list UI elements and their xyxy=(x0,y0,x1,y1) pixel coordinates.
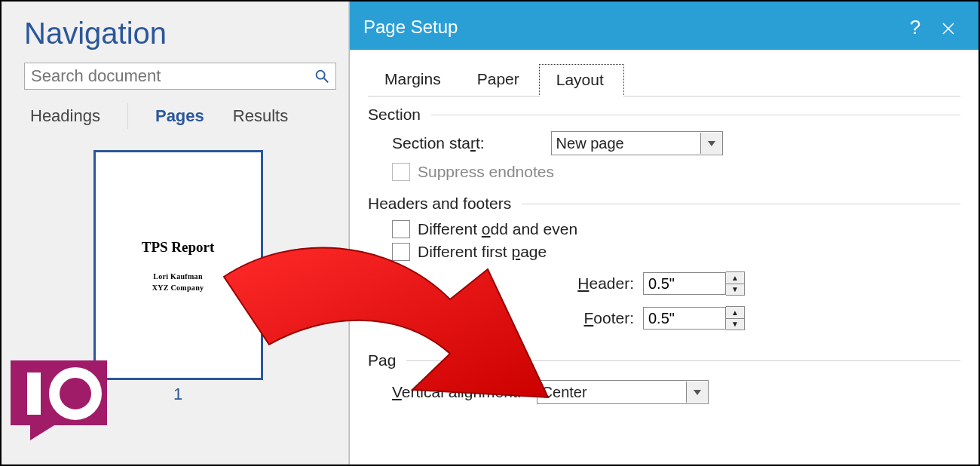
page-thumbnail[interactable]: TPS Report Lori Kaufman XYZ Company xyxy=(93,150,263,380)
help-button[interactable]: ? xyxy=(899,16,932,39)
headers-footers-group: Headers and footers xyxy=(368,195,960,213)
tab-margins[interactable]: Margins xyxy=(368,64,461,97)
footer-spin-row: Footer: ▲ ▼ xyxy=(488,306,745,330)
navigation-title: Navigation xyxy=(24,17,336,51)
chevron-down-icon[interactable] xyxy=(686,382,708,403)
header-footer-spinners: Header: ▲ ▼ Footer: ▲ xyxy=(488,271,960,330)
dialog-titlebar: Page Setup ? xyxy=(350,2,978,50)
spin-up-icon[interactable]: ▲ xyxy=(726,307,744,319)
header-spin[interactable]: ▲ ▼ xyxy=(643,271,745,296)
divider xyxy=(406,360,960,361)
chevron-down-icon[interactable] xyxy=(700,133,722,154)
tab-pages[interactable]: Pages xyxy=(154,103,206,129)
vertical-alignment-row: Vertical alignment: Center xyxy=(392,380,960,404)
section-group-label: Section xyxy=(368,106,421,124)
dialog-title: Page Setup xyxy=(363,17,899,38)
thumbnail-title-line: TPS Report xyxy=(96,239,261,256)
footer-label: Footer: xyxy=(574,309,634,327)
section-group: Section xyxy=(368,106,960,124)
thumbnail-company-line: XYZ Company xyxy=(96,284,261,292)
header-spin-row: Header: ▲ ▼ xyxy=(488,271,745,296)
page-group-label: Pag xyxy=(368,351,396,369)
close-button[interactable] xyxy=(932,17,965,38)
first-page-row: Different first page xyxy=(392,243,960,261)
dialog-body: Margins Paper Layout Section Section sta… xyxy=(350,50,978,404)
first-page-label: Different first page xyxy=(418,243,547,261)
section-start-combo[interactable]: New page xyxy=(551,131,723,155)
divider xyxy=(522,204,960,204)
svg-line-1 xyxy=(324,78,329,83)
vertical-alignment-combo[interactable]: Center xyxy=(537,380,709,404)
search-input[interactable] xyxy=(29,66,311,87)
tab-paper[interactable]: Paper xyxy=(461,64,539,97)
odd-even-row: Different odd and even xyxy=(392,220,960,238)
svg-marker-7 xyxy=(30,425,54,440)
svg-marker-4 xyxy=(708,141,715,146)
dialog-tabs: Margins Paper Layout xyxy=(368,63,960,97)
navigation-tabs: Headings Pages Results xyxy=(29,103,336,129)
header-spin-input[interactable] xyxy=(643,272,726,295)
suppress-endnotes-row: Suppress endnotes xyxy=(392,163,960,181)
thumbnail-author-line: Lori Kaufman xyxy=(96,272,261,281)
vertical-alignment-label: Vertical alignment: xyxy=(392,383,522,401)
svg-rect-8 xyxy=(27,372,41,415)
header-label: Header: xyxy=(574,274,634,293)
footer-spin[interactable]: ▲ ▼ xyxy=(643,306,745,330)
svg-point-0 xyxy=(317,71,325,79)
odd-even-label: Different odd and even xyxy=(418,220,577,238)
thumbnail-page-number: 1 xyxy=(173,385,182,404)
first-page-checkbox[interactable] xyxy=(392,243,410,261)
divider xyxy=(431,115,960,115)
spin-down-icon[interactable]: ▼ xyxy=(726,284,744,296)
odd-even-checkbox[interactable] xyxy=(392,220,410,238)
section-start-label: Section start: xyxy=(392,134,485,152)
suppress-endnotes-checkbox xyxy=(392,163,410,181)
page-setup-dialog: Page Setup ? Margins Paper Layout Sectio… xyxy=(349,2,978,464)
search-icon[interactable] xyxy=(311,66,332,87)
tab-results[interactable]: Results xyxy=(231,103,289,129)
section-start-row: Section start: New page xyxy=(392,131,960,155)
svg-marker-5 xyxy=(694,390,701,395)
footer-spin-input[interactable] xyxy=(643,307,726,330)
spin-down-icon[interactable]: ▼ xyxy=(726,319,744,330)
tab-layout[interactable]: Layout xyxy=(539,64,624,97)
headers-footers-label: Headers and footers xyxy=(368,195,511,213)
suppress-endnotes-label: Suppress endnotes xyxy=(418,163,554,181)
page-group: Pag xyxy=(368,351,960,369)
spin-up-icon[interactable]: ▲ xyxy=(726,272,744,284)
watermark-logo xyxy=(11,360,116,445)
tab-headings[interactable]: Headings xyxy=(29,103,102,129)
search-box[interactable] xyxy=(24,63,336,90)
